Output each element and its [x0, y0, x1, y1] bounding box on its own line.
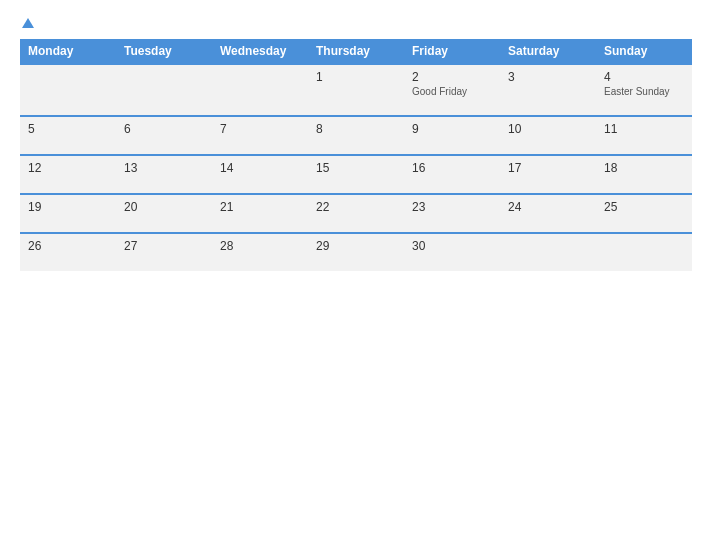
calendar-cell: 5 — [20, 116, 116, 155]
day-number: 27 — [124, 239, 204, 253]
weekday-header-wednesday: Wednesday — [212, 39, 308, 64]
day-number: 13 — [124, 161, 204, 175]
day-number: 25 — [604, 200, 684, 214]
day-number: 17 — [508, 161, 588, 175]
day-number: 9 — [412, 122, 492, 136]
calendar-week-row: 567891011 — [20, 116, 692, 155]
day-number: 6 — [124, 122, 204, 136]
day-number: 30 — [412, 239, 492, 253]
day-number: 14 — [220, 161, 300, 175]
calendar-cell — [596, 233, 692, 271]
calendar-cell: 13 — [116, 155, 212, 194]
weekday-header-sunday: Sunday — [596, 39, 692, 64]
calendar-cell: 21 — [212, 194, 308, 233]
calendar-cell: 18 — [596, 155, 692, 194]
calendar-cell — [500, 233, 596, 271]
calendar-cell — [116, 64, 212, 116]
day-number: 20 — [124, 200, 204, 214]
calendar-cell: 17 — [500, 155, 596, 194]
calendar-cell: 16 — [404, 155, 500, 194]
calendar-cell: 10 — [500, 116, 596, 155]
calendar-cell: 26 — [20, 233, 116, 271]
day-number: 11 — [604, 122, 684, 136]
weekday-header-friday: Friday — [404, 39, 500, 64]
day-number: 5 — [28, 122, 108, 136]
calendar-cell: 23 — [404, 194, 500, 233]
calendar-page: MondayTuesdayWednesdayThursdayFridaySatu… — [0, 0, 712, 550]
day-number: 23 — [412, 200, 492, 214]
calendar-week-row: 2627282930 — [20, 233, 692, 271]
calendar-week-row: 12131415161718 — [20, 155, 692, 194]
day-number: 29 — [316, 239, 396, 253]
day-number: 28 — [220, 239, 300, 253]
logo — [20, 18, 34, 29]
calendar-cell — [212, 64, 308, 116]
calendar-cell: 14 — [212, 155, 308, 194]
day-number: 21 — [220, 200, 300, 214]
calendar-week-row: 19202122232425 — [20, 194, 692, 233]
day-number: 18 — [604, 161, 684, 175]
calendar-cell: 29 — [308, 233, 404, 271]
calendar-cell: 25 — [596, 194, 692, 233]
day-number: 10 — [508, 122, 588, 136]
calendar-cell: 27 — [116, 233, 212, 271]
calendar-cell: 24 — [500, 194, 596, 233]
day-number: 7 — [220, 122, 300, 136]
calendar-cell: 30 — [404, 233, 500, 271]
calendar-header — [20, 18, 692, 29]
calendar-cell: 4Easter Sunday — [596, 64, 692, 116]
day-number: 4 — [604, 70, 684, 84]
day-number: 8 — [316, 122, 396, 136]
calendar-cell: 7 — [212, 116, 308, 155]
calendar-cell: 11 — [596, 116, 692, 155]
weekday-header-saturday: Saturday — [500, 39, 596, 64]
calendar-cell: 3 — [500, 64, 596, 116]
calendar-week-row: 12Good Friday34Easter Sunday — [20, 64, 692, 116]
logo-blue-text — [20, 18, 34, 29]
calendar-cell: 8 — [308, 116, 404, 155]
day-number: 16 — [412, 161, 492, 175]
logo-triangle-icon — [22, 18, 34, 28]
calendar-cell: 12 — [20, 155, 116, 194]
day-number: 26 — [28, 239, 108, 253]
day-number: 24 — [508, 200, 588, 214]
calendar-cell — [20, 64, 116, 116]
weekday-header-tuesday: Tuesday — [116, 39, 212, 64]
calendar-cell: 19 — [20, 194, 116, 233]
calendar-cell: 20 — [116, 194, 212, 233]
holiday-name: Easter Sunday — [604, 86, 684, 97]
day-number: 3 — [508, 70, 588, 84]
day-number: 1 — [316, 70, 396, 84]
calendar-cell: 28 — [212, 233, 308, 271]
calendar-cell: 6 — [116, 116, 212, 155]
calendar-cell: 9 — [404, 116, 500, 155]
calendar-header-row: MondayTuesdayWednesdayThursdayFridaySatu… — [20, 39, 692, 64]
calendar-cell: 1 — [308, 64, 404, 116]
weekday-header-monday: Monday — [20, 39, 116, 64]
holiday-name: Good Friday — [412, 86, 492, 97]
day-number: 15 — [316, 161, 396, 175]
calendar-table: MondayTuesdayWednesdayThursdayFridaySatu… — [20, 39, 692, 271]
day-number: 22 — [316, 200, 396, 214]
day-number: 12 — [28, 161, 108, 175]
day-number: 2 — [412, 70, 492, 84]
weekday-header-thursday: Thursday — [308, 39, 404, 64]
calendar-cell: 15 — [308, 155, 404, 194]
day-number: 19 — [28, 200, 108, 214]
calendar-cell: 2Good Friday — [404, 64, 500, 116]
calendar-cell: 22 — [308, 194, 404, 233]
